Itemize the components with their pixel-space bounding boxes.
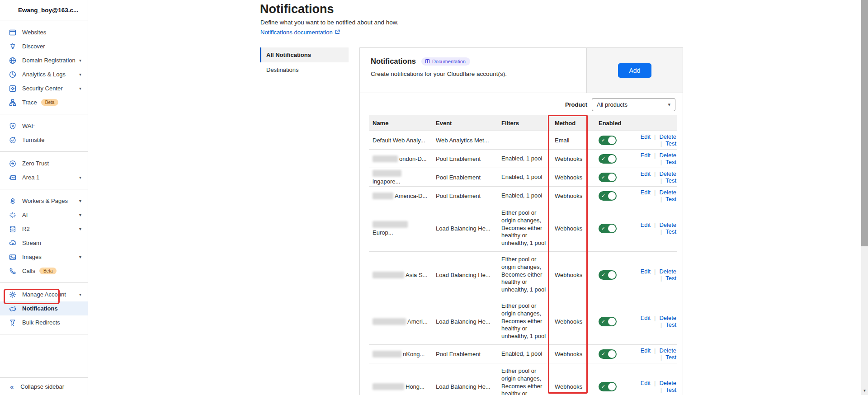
test-link[interactable]: Test [657,354,676,361]
toggle-knob [608,136,616,144]
sidebar-item-waf[interactable]: WAF [0,119,88,133]
event-cell: Load Balancing He... [432,318,498,325]
account-switcher[interactable]: Ewang_boy@163.c... [0,0,88,20]
sidebar-item-domain-registration[interactable]: Domain Registration [0,53,88,67]
edit-link[interactable]: Edit [641,152,651,159]
notifications-documentation-link[interactable]: Notifications documentation [260,29,340,36]
beta-badge: Beta [39,268,57,274]
edit-link[interactable]: Edit [641,380,651,386]
enabled-toggle[interactable]: ✓ [599,224,617,233]
edit-link[interactable]: Edit [641,133,651,140]
enabled-toggle[interactable]: ✓ [599,349,617,359]
notification-name: ingapore... [373,178,400,185]
edit-link[interactable]: Edit [641,170,651,177]
enabled-toggle[interactable]: ✓ [599,154,617,164]
test-link[interactable]: Test [657,275,676,282]
enabled-toggle[interactable]: ✓ [599,136,617,145]
check-icon: ✓ [601,193,605,199]
test-link[interactable]: Test [657,140,676,147]
row-actions: EditDeleteTest [631,315,677,328]
sidebar-item-workers-pages[interactable]: Workers & Pages [0,194,88,208]
delete-link[interactable]: Delete [651,315,676,321]
delete-link[interactable]: Delete [651,152,676,159]
sidebar-item-label: R2 [22,226,30,232]
sidebar-item-trace[interactable]: Trace Beta [0,95,88,109]
chevron-down-icon [79,226,81,231]
edit-link[interactable]: Edit [641,189,651,196]
sidebar-item-label: Bulk Redirects [22,319,60,326]
method-cell: Webhooks [551,272,595,278]
edit-link[interactable]: Edit [641,221,651,228]
sidebar-item-ai[interactable]: AI [0,208,88,222]
notification-name-cell: Asia S... [369,272,432,278]
filters-cell: Either pool or origin changes, Becomes e… [498,256,551,293]
sidebar-item-turnstile[interactable]: Turnstile [0,133,88,147]
edit-link[interactable]: Edit [641,347,651,354]
notification-name: Ameri... [407,318,428,325]
add-button[interactable]: Add [618,63,652,78]
toggle-knob [608,225,616,232]
collapse-sidebar-button[interactable]: « Collapse sidebar [0,377,88,395]
sidebar-item-manage-account[interactable]: Manage Account [0,287,88,301]
delete-link[interactable]: Delete [651,380,676,386]
sidebar-item-discover[interactable]: Discover [0,39,88,53]
scrollbar-thumb[interactable] [861,0,868,246]
column-header-event: Event [432,120,498,127]
edit-link[interactable]: Edit [641,315,651,321]
sidebar-item-websites[interactable]: Websites [0,25,88,39]
sidebar-item-bulk-redirects[interactable]: Bulk Redirects [0,315,88,329]
delete-link[interactable]: Delete [651,268,676,275]
delete-link[interactable]: Delete [651,221,676,228]
scrollbar-down-arrow[interactable]: ▼ [861,389,868,393]
toggle-knob [608,271,616,279]
sidebar-item-label: Calls [22,268,35,274]
test-link[interactable]: Test [657,159,676,165]
sidebar-item-r2[interactable]: R2 [0,222,88,236]
product-select-value: All products [597,101,627,108]
sidebar-item-images[interactable]: Images [0,250,88,264]
sidebar-item-analytics-logs[interactable]: Analytics & Logs [0,67,88,81]
sidebar-item-calls[interactable]: Calls Beta [0,264,88,278]
database-icon [9,226,16,233]
page-scrollbar[interactable]: ▼ [861,0,868,395]
enabled-toggle[interactable]: ✓ [599,270,617,280]
product-select[interactable]: All products [592,98,675,111]
enabled-toggle[interactable]: ✓ [599,317,617,326]
delete-link[interactable]: Delete [651,170,676,177]
test-link[interactable]: Test [657,386,676,393]
sidebar: Ewang_boy@163.c... Websites Discover Dom… [0,0,88,395]
delete-link[interactable]: Delete [651,347,676,354]
test-link[interactable]: Test [657,177,676,184]
sidebar-divider [0,334,88,334]
delete-link[interactable]: Delete [651,189,676,196]
collapse-chevrons-icon: « [10,383,14,390]
sidebar-item-area-1[interactable]: Area 1 [0,170,88,184]
event-cell: Pool Enablement [432,174,498,181]
sidebar-item-notifications[interactable]: Notifications [0,301,88,315]
table-header-row: Name Event Filters Method Enabled [369,115,677,131]
account-email: Ewang_boy@163.c... [18,7,78,14]
enabled-toggle[interactable]: ✓ [599,382,617,391]
row-actions: EditDeleteTest [631,152,677,165]
method-cell: Webhooks [551,193,595,199]
sidebar-item-zero-trust[interactable]: Zero Trust [0,156,88,170]
chevron-down-icon [79,175,81,180]
sidebar-item-stream[interactable]: Stream [0,236,88,250]
test-link[interactable]: Test [657,196,676,202]
test-link[interactable]: Test [657,228,676,235]
delete-link[interactable]: Delete [651,133,676,140]
enabled-toggle[interactable]: ✓ [599,191,617,201]
tab-destinations[interactable]: Destinations [260,62,349,77]
table-row: America-D... Pool Enablement Enabled, 1 … [369,187,677,205]
notification-name-cell: America-D... [369,193,432,199]
globe-icon [9,57,16,64]
enabled-toggle[interactable]: ✓ [599,173,617,182]
notification-name-cell: ondon-D... [369,155,432,162]
documentation-badge[interactable]: Documentation [421,57,470,66]
column-header-filters: Filters [498,120,551,127]
product-filter-row: Product All products [360,93,683,115]
test-link[interactable]: Test [657,321,676,328]
edit-link[interactable]: Edit [641,268,651,275]
sidebar-item-security-center[interactable]: Security Center [0,81,88,95]
tab-all-notifications[interactable]: All Notifications [260,47,349,62]
